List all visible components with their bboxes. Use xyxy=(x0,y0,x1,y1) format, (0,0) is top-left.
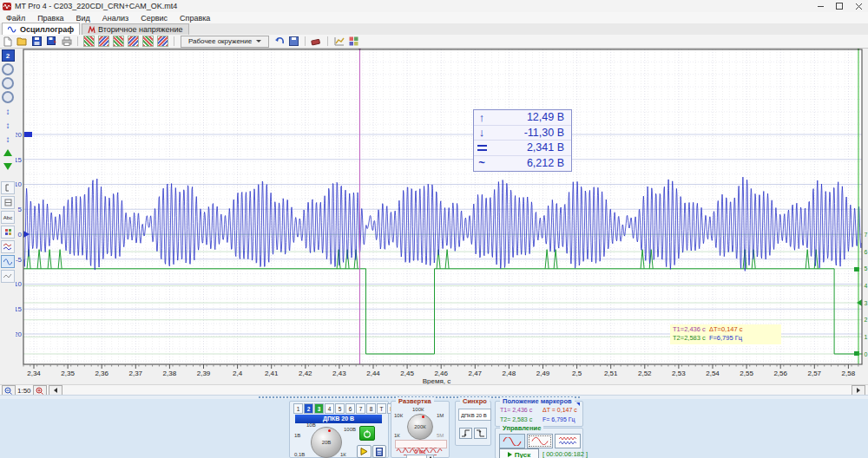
measurement-overlay[interactable]: ↑ 12,49 В ↓ -11,30 В 2,341 В ~ 6,212 В xyxy=(473,109,572,172)
annotation-dt: ΔT=0,147 с xyxy=(709,325,743,333)
title-bar[interactable]: MT Pro 4 - C203_220CDI_CRN+CAM_OK.mt4 xyxy=(0,0,868,13)
toolbar-separator xyxy=(305,36,306,46)
channel-tab-7[interactable]: 7 xyxy=(356,403,365,414)
view-preset-5-icon[interactable] xyxy=(141,36,155,47)
chart-tool-icon[interactable] xyxy=(332,36,345,47)
text-label-tool-icon[interactable]: Abc xyxy=(1,211,15,224)
start-button[interactable]: Пуск xyxy=(499,448,539,458)
compress-vertical-icon[interactable]: ↕ xyxy=(2,119,15,131)
channel-tab-5[interactable]: 5 xyxy=(335,403,345,414)
multi-trace-view-icon[interactable] xyxy=(1,240,15,253)
xy-view-icon[interactable] xyxy=(1,270,15,283)
save-workspace-icon[interactable] xyxy=(287,36,300,47)
falling-edge-button[interactable] xyxy=(474,428,487,439)
undo-icon[interactable] xyxy=(273,36,286,47)
pin-icon[interactable] xyxy=(576,402,580,406)
close-icon[interactable] xyxy=(849,0,868,12)
channel-tab-4[interactable]: 4 xyxy=(325,403,334,414)
measurement-row: 2,341 В xyxy=(474,141,571,156)
channel-tab-T[interactable]: T xyxy=(377,403,386,414)
mode-tabbar: Осциллограф Вторичное напряжение xyxy=(0,23,868,36)
sync-group: Синхро ДПКВ 20 В xyxy=(455,401,491,446)
continuous-capture-button[interactable] xyxy=(555,434,581,448)
annotation-t2: T2=2,583 с xyxy=(673,334,706,342)
measure-tool-icon[interactable] xyxy=(1,196,15,209)
minimize-icon[interactable] xyxy=(811,0,830,12)
workspace-dropdown[interactable]: Рабочее окружение xyxy=(181,36,269,48)
x-tick-label: 2,52 xyxy=(638,370,652,377)
channel-power-button[interactable] xyxy=(359,426,375,441)
stretch-vertical-icon[interactable]: ↕ xyxy=(2,105,15,117)
measurement-row: ↑ 12,49 В xyxy=(474,110,571,126)
scale-reset-icon[interactable] xyxy=(2,91,15,103)
channel-tab-2[interactable]: 2 xyxy=(304,403,313,414)
ckp-zero-marker[interactable] xyxy=(23,231,30,238)
menu-help[interactable]: Справка xyxy=(174,14,216,23)
x-tick-label: 2,44 xyxy=(366,370,380,377)
tab-secondary-voltage[interactable]: Вторичное напряжение xyxy=(82,23,189,35)
rising-edge-button[interactable] xyxy=(459,428,472,439)
channel-tab-3[interactable]: 3 xyxy=(314,403,324,414)
move-trace-down-icon[interactable] xyxy=(2,160,15,173)
channel-settings-button[interactable] xyxy=(372,445,386,458)
cam-high-marker[interactable] xyxy=(854,267,859,272)
cam-trigger-marker[interactable] xyxy=(857,299,862,306)
x-tick-label: 2,4 xyxy=(233,370,243,377)
view-preset-1-icon[interactable] xyxy=(82,36,95,47)
menu-analysis[interactable]: Анализ xyxy=(96,14,135,23)
framed-capture-button[interactable] xyxy=(527,434,553,448)
left-tool-column: 2 ↕ ↕ ↕ Abc xyxy=(0,49,16,394)
grid-add-icon[interactable] xyxy=(347,36,360,47)
sweep-rate-knob[interactable]: 200К xyxy=(407,414,433,440)
channel-tab-8[interactable]: 8 xyxy=(366,403,376,414)
channel-tab-6[interactable]: 6 xyxy=(345,403,355,414)
channel-colors-icon[interactable] xyxy=(1,226,15,239)
y-right-tick-label: 0 xyxy=(865,351,868,357)
menu-service[interactable]: Сервис xyxy=(135,14,174,23)
channel-tab-1[interactable]: 1 xyxy=(293,403,303,414)
x-tick-label: 2,34 xyxy=(27,370,41,377)
view-preset-6-icon[interactable] xyxy=(156,36,169,47)
open-file-icon[interactable] xyxy=(16,36,29,47)
rms-value: 6,212 В xyxy=(490,157,571,169)
print-icon[interactable] xyxy=(60,36,73,47)
new-file-icon[interactable] xyxy=(1,36,14,47)
sync-source-dropdown[interactable]: ДПКВ 20 В xyxy=(458,409,491,421)
marker-t2-value: T2= 2,583 с xyxy=(500,416,532,422)
scale-auto-icon[interactable] xyxy=(2,63,15,75)
tab-oscilloscope-label: Осциллограф xyxy=(20,25,74,34)
tab-oscilloscope[interactable]: Осциллограф xyxy=(2,23,80,35)
chevron-down-icon xyxy=(256,40,261,43)
single-trace-view-icon[interactable] xyxy=(1,255,15,268)
save-icon[interactable] xyxy=(30,36,43,47)
single-capture-button[interactable] xyxy=(499,434,525,448)
eraser-icon[interactable] xyxy=(310,36,323,47)
channel-play-button[interactable] xyxy=(357,445,372,458)
control-group: Управление Пуск [ 00:00:06:182 ] xyxy=(495,428,583,458)
scale-fit-icon[interactable] xyxy=(2,77,15,89)
sweep-label-5m: 5М xyxy=(437,433,444,438)
view-preset-4-icon[interactable] xyxy=(127,36,140,47)
maximize-icon[interactable] xyxy=(830,0,849,12)
app-icon xyxy=(3,3,11,10)
knob-label-1k: 1К xyxy=(340,452,346,457)
move-trace-up-icon[interactable] xyxy=(2,147,15,159)
menu-edit[interactable]: Правка xyxy=(31,14,69,23)
view-preset-3-icon[interactable] xyxy=(112,36,125,47)
zoom-scale-label: 1:50 xyxy=(17,386,31,395)
ruler-tool-icon[interactable] xyxy=(1,181,15,194)
center-vertical-icon[interactable]: ↕ xyxy=(2,133,15,145)
save-all-icon[interactable] xyxy=(45,36,58,47)
voltage-range-knob[interactable]: 20В xyxy=(311,427,342,458)
y-right-tick-label: 6 xyxy=(865,249,868,255)
capture-counter: [ 00:00:06:182 ] xyxy=(542,450,588,458)
ckp-range-marker[interactable] xyxy=(24,132,32,137)
x-tick-label: 2,41 xyxy=(265,370,279,377)
menu-view[interactable]: Вид xyxy=(70,14,96,23)
samples-spinner[interactable]: 1000 xyxy=(406,455,434,458)
menu-file[interactable]: Файл xyxy=(0,14,31,23)
cam-zero-marker[interactable] xyxy=(854,351,859,356)
window-title: MT Pro 4 - C203_220CDI_CRN+CAM_OK.mt4 xyxy=(15,2,177,10)
play-icon xyxy=(508,452,512,457)
view-preset-2-icon[interactable] xyxy=(97,36,110,47)
